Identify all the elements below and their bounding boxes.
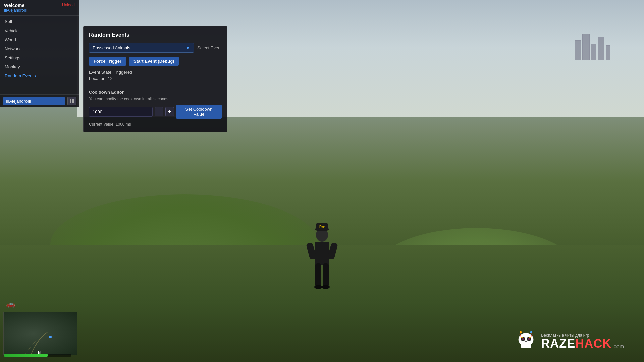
svg-point-29 xyxy=(530,331,532,333)
trigger-buttons-row: Force Trigger Start Event (Debug) xyxy=(89,57,222,66)
sidebar-item-monkey[interactable]: Monkey xyxy=(0,62,79,71)
sidebar-item-self[interactable]: Self xyxy=(0,17,79,26)
event-dropdown[interactable]: Possessed Animals ▼ xyxy=(89,43,194,53)
building-4 xyxy=(598,37,604,60)
svg-rect-13 xyxy=(70,101,71,103)
start-event-debug-button[interactable]: Start Event (Debug) xyxy=(129,57,179,66)
watermark-brand-name: RAZEHACK xyxy=(541,338,611,350)
svg-rect-4 xyxy=(315,242,329,265)
building-2 xyxy=(582,34,590,60)
sidebar-footer-username: IllAlejandroIll xyxy=(3,97,65,105)
svg-rect-18 xyxy=(525,346,527,348)
cooldown-description: You can modify the cooldown in milliseco… xyxy=(89,97,222,101)
brand-raze: RAZE xyxy=(541,337,575,350)
sidebar-username-header: IllAlejandroIll xyxy=(4,8,27,13)
building-5 xyxy=(606,45,610,60)
sidebar-item-settings[interactable]: Settings xyxy=(0,53,79,62)
svg-rect-14 xyxy=(72,101,74,103)
event-state-text: Event State: Triggered xyxy=(89,70,222,75)
event-select-row: Possessed Animals ▼ Select Event xyxy=(89,43,222,53)
sidebar-item-network[interactable]: Network xyxy=(0,44,79,53)
cooldown-editor-title: Cooldown Editor xyxy=(89,89,222,95)
sidebar-footer: IllAlejandroIll xyxy=(0,94,79,107)
health-bar-bg xyxy=(4,354,71,357)
current-value-text: Current Value: 1000 ms xyxy=(89,122,222,127)
location-text: Location: 12 xyxy=(89,76,222,81)
sidebar-welcome-block: Welcome IllAlejandroIll xyxy=(4,3,27,13)
sidebar-item-vehicle[interactable]: Vehicle xyxy=(0,26,79,35)
health-bar-fill xyxy=(4,354,48,357)
health-bar-container xyxy=(4,354,71,358)
increment-button[interactable]: + xyxy=(165,107,174,116)
cooldown-input-field[interactable] xyxy=(89,107,153,117)
svg-rect-17 xyxy=(523,346,524,348)
set-cooldown-button[interactable]: Set Cooldown Value xyxy=(176,105,222,119)
svg-point-28 xyxy=(520,331,522,333)
sidebar: Welcome IllAlejandroIll Unload Self Vehi… xyxy=(0,0,79,107)
svg-rect-12 xyxy=(72,99,74,101)
svg-point-9 xyxy=(314,285,322,289)
sidebar-item-random-events[interactable]: Random Events xyxy=(0,71,79,80)
sidebar-nav: Self Vehicle World Network Settings Monk… xyxy=(0,16,79,94)
background-buildings xyxy=(575,34,610,60)
minimap xyxy=(3,312,77,355)
player-character: R★ xyxy=(302,220,342,295)
sidebar-welcome-text: Welcome xyxy=(4,3,27,8)
select-event-label: Select Event xyxy=(197,45,222,50)
random-events-panel: Random Events Possessed Animals ▼ Select… xyxy=(83,26,227,132)
brand-hack: HACK xyxy=(575,337,611,350)
force-trigger-button[interactable]: Force Trigger xyxy=(89,57,126,66)
building-1 xyxy=(575,40,581,60)
svg-point-26 xyxy=(521,337,523,338)
unload-button[interactable]: Unload xyxy=(62,3,75,7)
watermark: Бесплатные читы для игр RAZEHACK .com xyxy=(515,330,624,352)
svg-point-10 xyxy=(322,285,330,289)
vehicle-hud-icon: 🚗 xyxy=(6,300,15,308)
sidebar-settings-icon[interactable] xyxy=(67,97,76,105)
dropdown-arrow-icon: ▼ xyxy=(185,45,190,50)
decrement-button[interactable]: - xyxy=(155,107,163,116)
panel-title: Random Events xyxy=(89,32,222,38)
svg-rect-8 xyxy=(323,263,329,287)
svg-rect-11 xyxy=(70,99,71,101)
svg-point-27 xyxy=(529,337,531,338)
selected-event-text: Possessed Animals xyxy=(93,45,130,50)
cooldown-input-row: - + Set Cooldown Value xyxy=(89,105,222,119)
skull-logo-icon xyxy=(515,330,537,352)
panel-divider xyxy=(89,85,222,85)
watermark-brand-row: RAZEHACK .com xyxy=(541,338,624,350)
sidebar-header: Welcome IllAlejandroIll Unload xyxy=(0,0,79,16)
building-3 xyxy=(591,44,596,60)
minimap-inner xyxy=(4,312,77,355)
watermark-domain: .com xyxy=(612,344,624,350)
svg-rect-19 xyxy=(528,346,530,348)
svg-text:R★: R★ xyxy=(319,225,325,229)
watermark-text-block: Бесплатные читы для игр RAZEHACK .com xyxy=(541,333,624,350)
sidebar-item-world[interactable]: World xyxy=(0,35,79,44)
svg-rect-7 xyxy=(315,263,321,287)
